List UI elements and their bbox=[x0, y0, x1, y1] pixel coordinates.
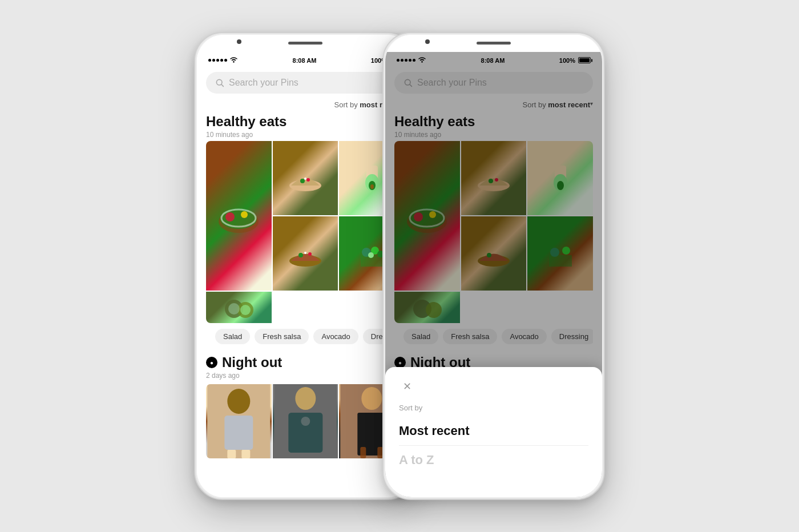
board-title-healthy-right: Healthy eats bbox=[394, 114, 593, 130]
sort-label-left: Sort by bbox=[334, 100, 357, 109]
food-avocado-hand-img-right[interactable] bbox=[527, 141, 593, 215]
tag-fresh-salsa-left[interactable]: Fresh salsa bbox=[255, 329, 309, 344]
svg-point-0 bbox=[233, 61, 234, 62]
food-tacos-bottom-img-left[interactable] bbox=[273, 216, 338, 291]
mute-button[interactable] bbox=[194, 96, 195, 113]
tags-row-right: Salad Fresh salsa Avocado Dressing T bbox=[394, 323, 593, 350]
svg-rect-41 bbox=[361, 447, 366, 458]
search-placeholder-left: Search your Pins bbox=[229, 78, 298, 88]
svg-point-58 bbox=[487, 253, 491, 257]
sort-label-right: Sort by bbox=[522, 100, 546, 109]
signal-dots bbox=[208, 59, 227, 62]
tag-fresh-salsa-right[interactable]: Fresh salsa bbox=[443, 329, 497, 344]
svg-point-53 bbox=[495, 178, 498, 182]
tag-avocado-left[interactable]: Avocado bbox=[313, 329, 358, 344]
wifi-icon bbox=[229, 57, 238, 64]
mute-button-right[interactable] bbox=[382, 96, 384, 113]
phone-left-inner: 8:08 AM 100% Search your Pins bbox=[197, 35, 414, 497]
modal-option-a-to-z[interactable]: A to Z bbox=[399, 446, 588, 474]
food-tacos-top-img-right[interactable] bbox=[461, 141, 527, 215]
svg-point-27 bbox=[228, 303, 240, 315]
night-girl2-img-left[interactable] bbox=[273, 384, 338, 458]
modal-option-most-recent[interactable]: Most recent bbox=[399, 417, 588, 445]
svg-point-9 bbox=[300, 179, 305, 183]
status-right-right: 100% bbox=[559, 57, 591, 64]
screen-right: 8:08 AM 100% Search your Pins bbox=[385, 52, 602, 497]
status-time-right: 8:08 AM bbox=[481, 57, 505, 64]
front-camera bbox=[237, 39, 241, 44]
status-time-left: 8:08 AM bbox=[293, 57, 317, 64]
svg-point-37 bbox=[301, 417, 310, 426]
food-herbs-img-right[interactable] bbox=[527, 216, 593, 291]
tag-avocado-right[interactable]: Avocado bbox=[502, 329, 546, 344]
tag-dressing-right[interactable]: Dressing bbox=[551, 329, 593, 344]
search-bar-left[interactable]: Search your Pins bbox=[206, 72, 405, 94]
sort-chevron-right: ▾ bbox=[590, 100, 593, 109]
food-cabbage-img-left[interactable] bbox=[206, 292, 272, 323]
board-healthy-eats-right: Healthy eats 10 minutes ago bbox=[385, 114, 602, 350]
svg-point-56 bbox=[557, 181, 564, 190]
food-cabbage-img-right[interactable] bbox=[394, 292, 460, 323]
sort-modal[interactable]: ✕ Sort by Most recent A to Z bbox=[385, 367, 602, 497]
svg-point-18 bbox=[308, 252, 312, 256]
battery-fill-right bbox=[579, 58, 590, 62]
image-grid-right bbox=[394, 141, 593, 323]
tag-salad-right[interactable]: Salad bbox=[403, 329, 438, 344]
battery-percent-right: 100% bbox=[559, 57, 575, 64]
status-left-right bbox=[397, 57, 426, 64]
svg-line-2 bbox=[221, 84, 224, 87]
speaker-right bbox=[477, 42, 511, 45]
svg-point-43 bbox=[421, 61, 422, 62]
tags-row-left: Salad Fresh salsa Avocado Dressing T bbox=[206, 323, 405, 350]
volume-up-button-right[interactable] bbox=[382, 124, 384, 147]
tacos-bottom-placeholder bbox=[273, 216, 338, 291]
food-tacos-bottom-img-right[interactable] bbox=[461, 216, 527, 291]
modal-close-button[interactable]: ✕ bbox=[399, 378, 415, 394]
svg-point-30 bbox=[227, 389, 250, 414]
board-header-healthy-right: Healthy eats 10 minutes ago bbox=[394, 114, 593, 139]
phone-right-inner: 8:08 AM 100% Search your Pins bbox=[385, 35, 602, 497]
svg-point-5 bbox=[225, 212, 235, 221]
volume-down-button[interactable] bbox=[194, 156, 195, 179]
svg-point-19 bbox=[304, 252, 306, 254]
search-bar-right[interactable]: Search your Pins bbox=[394, 72, 593, 94]
svg-point-49 bbox=[429, 211, 436, 218]
sort-value-right: most recent bbox=[548, 100, 590, 109]
cabbage-placeholder bbox=[206, 292, 272, 323]
screen-left: 8:08 AM 100% Search your Pins bbox=[197, 52, 414, 497]
herbs-placeholder-right bbox=[527, 216, 593, 291]
search-icon-left bbox=[215, 78, 224, 87]
sort-bar-left[interactable]: Sort by most recent ▾ bbox=[197, 98, 414, 114]
svg-line-45 bbox=[410, 84, 412, 87]
phone-top-bar bbox=[197, 35, 414, 52]
svg-rect-33 bbox=[241, 450, 250, 458]
night-grid-left bbox=[206, 384, 405, 458]
avocado-hand-placeholder-right bbox=[527, 141, 593, 215]
food-salad-img-left[interactable] bbox=[206, 141, 272, 291]
board-night-out-left: ● Night out 2 days ago bbox=[197, 350, 414, 458]
image-grid-left bbox=[206, 141, 405, 323]
tag-salad-left[interactable]: Salad bbox=[215, 329, 250, 344]
svg-point-39 bbox=[362, 387, 382, 410]
svg-point-52 bbox=[489, 179, 493, 183]
battery-icon-right bbox=[578, 57, 591, 63]
svg-point-24 bbox=[368, 252, 374, 258]
svg-point-28 bbox=[240, 305, 251, 315]
svg-point-6 bbox=[241, 211, 248, 218]
board-subtitle-healthy-right: 10 minutes ago bbox=[394, 131, 593, 139]
search-icon-right bbox=[403, 78, 413, 87]
svg-point-60 bbox=[550, 248, 559, 257]
food-tacos-top-img-left[interactable] bbox=[273, 141, 338, 215]
cabbage-placeholder-right bbox=[394, 292, 460, 323]
phones-container: 8:08 AM 100% Search your Pins bbox=[0, 0, 799, 532]
sort-bar-right[interactable]: Sort by most recent ▾ bbox=[385, 98, 602, 114]
svg-point-15 bbox=[370, 184, 374, 189]
svg-rect-32 bbox=[227, 450, 236, 458]
volume-up-button[interactable] bbox=[194, 124, 195, 147]
food-salad-img-right[interactable] bbox=[394, 141, 460, 291]
volume-down-button-right[interactable] bbox=[382, 156, 384, 179]
night-subtitle-left: 2 days ago bbox=[206, 372, 405, 380]
front-camera-right bbox=[425, 39, 430, 44]
power-button-right[interactable] bbox=[604, 133, 605, 173]
night-girl1-img-left[interactable] bbox=[206, 384, 272, 458]
